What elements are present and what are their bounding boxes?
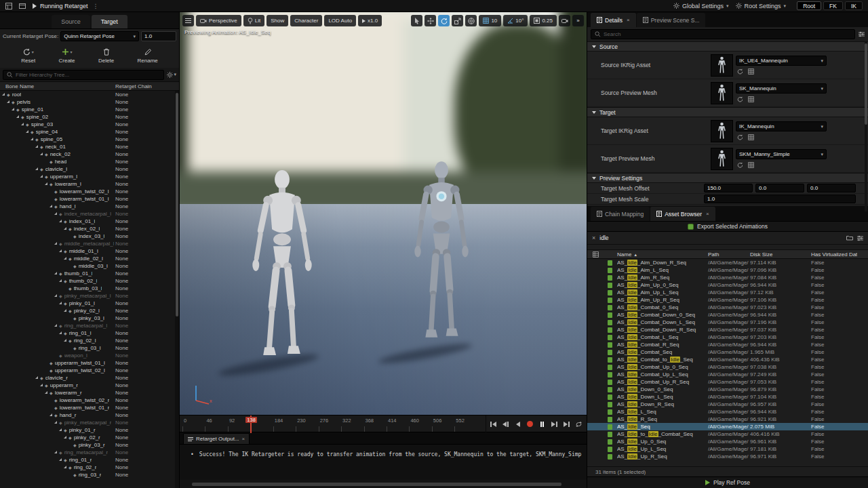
bone-row-upperarm_r[interactable]: ◆upperarm_rNone bbox=[0, 382, 175, 389]
retarget-chain-value[interactable]: None bbox=[115, 360, 128, 366]
retarget-chain-value[interactable]: None bbox=[115, 159, 128, 165]
bone-row-hand_r[interactable]: ◆hand_rNone bbox=[0, 411, 175, 419]
clear-search-icon[interactable]: × bbox=[592, 235, 595, 241]
bone-row-pinky_02_l[interactable]: ◆pinky_02_lNone bbox=[0, 307, 175, 314]
output-tab[interactable]: Retarget Output... × bbox=[183, 433, 250, 444]
retarget-chain-value[interactable]: None bbox=[115, 345, 128, 351]
column-name[interactable]: Name▲ bbox=[617, 251, 637, 258]
expander-icon[interactable] bbox=[54, 272, 57, 274]
bone-row-index_02_l[interactable]: ◆index_02_lNone bbox=[0, 225, 175, 232]
retarget-chain-value[interactable]: None bbox=[115, 233, 128, 239]
bone-row-middle_03_l[interactable]: ◆middle_03_lNone bbox=[0, 262, 175, 270]
retarget-chain-value[interactable]: None bbox=[115, 300, 128, 306]
retarget-chain-value[interactable]: None bbox=[115, 121, 128, 127]
retarget-chain-value[interactable]: None bbox=[115, 293, 128, 299]
lit-mode-button[interactable]: Lit bbox=[243, 15, 264, 26]
editor-menu-icon[interactable] bbox=[5, 3, 12, 9]
bone-row-index_03_l[interactable]: ◆index_03_lNone bbox=[0, 232, 175, 240]
column-disk-size[interactable]: Disk Size bbox=[750, 251, 772, 258]
browse-to-asset-icon[interactable] bbox=[748, 162, 754, 168]
details-search-input[interactable] bbox=[604, 31, 851, 37]
tab-details[interactable]: Details× bbox=[591, 13, 636, 27]
asset-row[interactable]: AS_Idle_Aim_R_Seq/All/Game/Mage/97.084 K… bbox=[587, 274, 868, 281]
retarget-chain-value[interactable]: None bbox=[115, 181, 128, 187]
record-button[interactable] bbox=[524, 418, 536, 430]
section-target[interactable]: Target bbox=[587, 107, 868, 117]
asset-row[interactable]: AS_Idle_Combat_to_Idle_Seq/All/Game/Mage… bbox=[587, 356, 868, 363]
log-scrollbar[interactable] bbox=[180, 480, 587, 488]
retarget-chain-value[interactable]: None bbox=[115, 442, 128, 448]
delete-button[interactable]: Delete bbox=[98, 48, 114, 64]
to-end-button[interactable] bbox=[561, 418, 572, 430]
retarget-chain-value[interactable]: None bbox=[115, 352, 128, 359]
bone-row-clavicle_l[interactable]: ◆clavicle_lNone bbox=[0, 165, 175, 173]
character-button[interactable]: Character bbox=[290, 15, 322, 26]
scale-tool-button[interactable] bbox=[452, 15, 463, 26]
mesh-scale-input[interactable] bbox=[704, 195, 856, 203]
asset-row[interactable]: AS_Idle_to_Idle_Combat_Seq/All/Game/Mage… bbox=[587, 430, 868, 438]
retarget-chain-value[interactable]: None bbox=[115, 457, 128, 463]
expander-icon[interactable] bbox=[16, 115, 19, 118]
bone-row-thumb_02_l[interactable]: ◆thumb_02_lNone bbox=[0, 277, 175, 285]
bone-row-ring_metacarpal_l[interactable]: ◆ring_metacarpal_lNone bbox=[0, 322, 175, 329]
retarget-chain-value[interactable]: None bbox=[115, 256, 128, 262]
asset-select-dropdown[interactable]: SK_Mannequin▾ bbox=[736, 83, 827, 94]
retarget-chain-value[interactable]: None bbox=[115, 136, 128, 142]
asset-row[interactable]: AS_Idle_Combat_Down_L_Seq/All/Game/Mage/… bbox=[587, 319, 868, 326]
expander-icon[interactable] bbox=[59, 302, 62, 304]
bone-row-index_metacarpal_l[interactable]: ◆index_metacarpal_lNone bbox=[0, 210, 175, 218]
bone-row-lowerarm_twist_02_l[interactable]: ◆lowerarm_twist_02_lNone bbox=[0, 188, 175, 195]
expander-icon[interactable] bbox=[35, 145, 38, 148]
playback-speed-button[interactable]: x1.0 bbox=[358, 15, 382, 26]
tree-settings-icon[interactable]: ▾ bbox=[167, 72, 176, 78]
expander-icon[interactable] bbox=[59, 279, 62, 282]
bone-row-ring_01_l[interactable]: ◆ring_01_lNone bbox=[0, 329, 175, 337]
scrollbar-thumb[interactable] bbox=[192, 483, 561, 486]
export-animations-button[interactable]: Export Selected Animations bbox=[587, 221, 868, 232]
mesh-offset-input-x[interactable] bbox=[704, 184, 753, 192]
retarget-chain-value[interactable]: None bbox=[115, 226, 128, 232]
bone-row-ring_metacarpal_r[interactable]: ◆ring_metacarpal_rNone bbox=[0, 449, 175, 456]
retarget-chain-value[interactable]: None bbox=[115, 263, 128, 269]
source-mannequin[interactable] bbox=[245, 167, 319, 363]
bone-row-middle_02_l[interactable]: ◆middle_02_lNone bbox=[0, 255, 175, 262]
expander-icon[interactable] bbox=[45, 391, 47, 394]
close-icon[interactable]: × bbox=[242, 436, 245, 442]
asset-row[interactable]: AS_Idle_Up_0_Seq/All/Game/Mage/96.961 Ki… bbox=[587, 438, 868, 445]
retarget-chain-value[interactable]: None bbox=[115, 420, 128, 426]
bone-row-spine_04[interactable]: ◆spine_04None bbox=[0, 128, 175, 136]
retarget-chain-value[interactable]: None bbox=[115, 427, 128, 433]
step-back-button[interactable] bbox=[500, 418, 511, 430]
bone-row-lowerarm_l[interactable]: ◆lowerarm_lNone bbox=[0, 180, 175, 188]
mesh-offset-input-y[interactable] bbox=[755, 184, 804, 192]
expander-icon[interactable] bbox=[54, 421, 57, 424]
asset-row[interactable]: AS_Idle_L_Seq/All/Game/Mage/96.944 KiBFa… bbox=[587, 408, 868, 415]
retarget-chain-value[interactable]: None bbox=[115, 308, 128, 314]
asset-row[interactable]: AS_Idle_Combat_0_Seq/All/Game/Mage/97.02… bbox=[587, 304, 868, 311]
expander-icon[interactable] bbox=[26, 130, 28, 133]
window-layout-icon[interactable] bbox=[19, 3, 26, 9]
retarget-chain-value[interactable]: None bbox=[115, 129, 128, 135]
retarget-chain-value[interactable]: None bbox=[115, 211, 128, 217]
expander-icon[interactable] bbox=[59, 331, 62, 334]
bone-row-head[interactable]: ◆headNone bbox=[0, 158, 175, 165]
retarget-chain-value[interactable]: None bbox=[115, 166, 128, 172]
expander-icon[interactable] bbox=[40, 384, 43, 386]
asset-row[interactable]: AS_Idle_Down_L_Seq/All/Game/Mage/97.104 … bbox=[587, 393, 868, 401]
retarget-chain-value[interactable]: None bbox=[115, 270, 128, 277]
save-search-icon[interactable] bbox=[846, 235, 853, 241]
tab-preview-scene[interactable]: Preview Scene S... bbox=[637, 13, 706, 27]
retarget-chain-value[interactable]: None bbox=[115, 174, 128, 180]
mesh-offset-input-z[interactable] bbox=[807, 184, 856, 192]
retarget-chain-value[interactable]: None bbox=[115, 144, 128, 150]
details-scrollbar[interactable] bbox=[865, 42, 867, 211]
expander-icon[interactable] bbox=[59, 428, 62, 431]
asset-thumbnail[interactable] bbox=[711, 120, 733, 142]
expander-icon[interactable] bbox=[35, 167, 38, 170]
expander-icon[interactable] bbox=[54, 294, 57, 297]
bone-row-neck_01[interactable]: ◆neck_01None bbox=[0, 143, 175, 150]
section-preview-settings[interactable]: Preview Settings bbox=[587, 173, 868, 183]
retarget-chain-value[interactable]: None bbox=[115, 203, 128, 209]
bone-row-ring_02_l[interactable]: ◆ring_02_lNone bbox=[0, 337, 175, 344]
asset-row[interactable]: AS_Idle_Combat_L_Seq/All/Game/Mage/97.20… bbox=[587, 333, 868, 341]
